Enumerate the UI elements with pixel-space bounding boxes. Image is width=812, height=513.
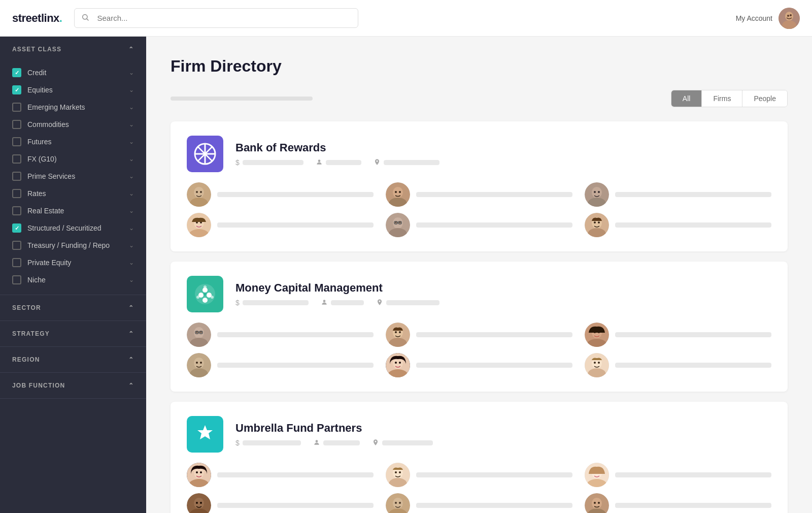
person-row[interactable]	[585, 182, 771, 207]
filter-tab-all[interactable]: All	[671, 90, 702, 107]
sidebar-item-label-real-estate: Real Estate	[27, 207, 123, 215]
person-row[interactable]	[585, 213, 771, 237]
sidebar-item-credit[interactable]: Credit⌄	[0, 64, 146, 81]
person-name-bar	[416, 472, 572, 477]
checkbox-credit[interactable]	[12, 68, 21, 77]
svg-point-86	[399, 362, 401, 364]
sidebar-item-niche[interactable]: Niche⌄	[0, 271, 146, 288]
person-name-bar	[615, 192, 771, 197]
person-avatar	[187, 463, 211, 487]
svg-point-23	[399, 191, 401, 193]
sidebar-section-header-asset-class[interactable]: ASSET CLASS⌃	[0, 37, 146, 62]
person-name-bar	[416, 363, 572, 368]
sidebar-section-job-function: JOB FUNCTION⌃	[0, 373, 146, 399]
firm-meta-umbrella-fund-partners: $	[235, 439, 771, 447]
sidebar-item-equities[interactable]: Equities⌄	[0, 81, 146, 99]
person-row[interactable]	[386, 463, 572, 487]
sidebar-item-label-rates: Rates	[27, 189, 123, 198]
svg-point-79	[196, 362, 198, 364]
firm-name-umbrella-fund-partners[interactable]: Umbrella Fund Partners	[235, 422, 771, 435]
sidebar-item-futures[interactable]: Futures⌄	[0, 133, 146, 150]
firm-header-bank-of-rewards: Bank of Rewards$	[187, 136, 771, 172]
person-row[interactable]	[187, 323, 374, 347]
person-name-bar	[217, 192, 374, 197]
person-row[interactable]	[386, 182, 572, 207]
sidebar-item-chevron-emerging-markets: ⌄	[129, 104, 134, 111]
person-row[interactable]	[386, 353, 572, 377]
person-row[interactable]	[187, 182, 374, 207]
checkbox-emerging-markets[interactable]	[12, 103, 21, 112]
svg-point-56	[211, 296, 214, 299]
filter-progress-bar	[171, 97, 313, 101]
chevron-icon-strategy: ⌃	[128, 330, 134, 337]
firm-info-umbrella-fund-partners: Umbrella Fund Partners$	[235, 422, 771, 447]
firm-meta-person-umbrella-fund-partners	[313, 439, 360, 447]
sidebar-item-label-fx-g10: FX (G10)	[27, 155, 123, 163]
person-row[interactable]	[585, 323, 771, 347]
sidebar-section-header-region[interactable]: REGION⌃	[0, 347, 146, 372]
checkbox-structured-securitized[interactable]	[12, 223, 21, 233]
checkbox-prime-services[interactable]	[12, 172, 21, 181]
firm-card-money-capital-management[interactable]: Money Capital Management$	[171, 262, 788, 392]
search-input[interactable]	[74, 8, 358, 28]
person-row[interactable]	[187, 213, 374, 237]
svg-point-85	[395, 362, 397, 364]
person-row[interactable]	[386, 323, 572, 347]
sidebar-section-asset-class: ASSET CLASS⌃Credit⌄Equities⌄Emerging Mar…	[0, 37, 146, 295]
person-row[interactable]	[585, 463, 771, 487]
sidebar-item-chevron-equities: ⌄	[129, 86, 134, 93]
sidebar-section-header-job-function[interactable]: JOB FUNCTION⌃	[0, 373, 146, 398]
sidebar-item-fx-g10[interactable]: FX (G10)⌄	[0, 150, 146, 168]
sidebar-section-header-strategy[interactable]: STRATEGY⌃	[0, 321, 146, 346]
sidebar-item-emerging-markets[interactable]: Emerging Markets⌄	[0, 99, 146, 116]
svg-point-17	[196, 191, 198, 193]
location-icon-bank-of-rewards	[374, 158, 381, 167]
checkbox-private-equity[interactable]	[12, 258, 21, 267]
firm-location-bar-umbrella-fund-partners	[382, 440, 433, 445]
people-grid-bank-of-rewards	[187, 182, 771, 237]
sidebar-item-structured-securitized[interactable]: Structured / Securitized⌄	[0, 219, 146, 237]
checkbox-fx-g10[interactable]	[12, 154, 21, 164]
sidebar-item-chevron-futures: ⌄	[129, 138, 134, 145]
person-row[interactable]	[187, 493, 374, 513]
search-wrapper	[74, 8, 358, 28]
sidebar-item-real-estate[interactable]: Real Estate⌄	[0, 202, 146, 219]
person-avatar	[585, 353, 609, 377]
sidebar-section-header-sector[interactable]: SECTOR⌃	[0, 295, 146, 320]
firm-name-bank-of-rewards[interactable]: Bank of Rewards	[235, 141, 771, 154]
checkbox-futures[interactable]	[12, 137, 21, 146]
svg-point-64	[196, 332, 198, 333]
checkbox-equities[interactable]	[12, 85, 21, 94]
checkbox-rates[interactable]	[12, 189, 21, 198]
person-row[interactable]	[585, 493, 771, 513]
sidebar-item-private-equity[interactable]: Private Equity⌄	[0, 254, 146, 271]
firm-card-bank-of-rewards[interactable]: Bank of Rewards$	[171, 121, 788, 251]
person-row[interactable]	[386, 213, 572, 237]
my-account-label[interactable]: My Account	[736, 14, 772, 22]
person-row[interactable]	[187, 463, 374, 487]
checkbox-real-estate[interactable]	[12, 206, 21, 215]
user-avatar[interactable]	[779, 8, 800, 29]
checkbox-treasury-funding-repo[interactable]	[12, 241, 21, 250]
filter-tab-firms[interactable]: Firms	[702, 90, 742, 107]
sidebar-item-chevron-real-estate: ⌄	[129, 207, 134, 214]
sidebar-section-label-strategy: STRATEGY	[12, 330, 50, 337]
logo[interactable]: streetlinx.	[12, 12, 62, 25]
sidebar-item-label-emerging-markets: Emerging Markets	[27, 103, 123, 111]
checkbox-commodities[interactable]	[12, 120, 21, 129]
svg-point-28	[598, 191, 600, 193]
person-row[interactable]	[585, 353, 771, 377]
sidebar-item-prime-services[interactable]: Prime Services⌄	[0, 168, 146, 185]
firm-name-money-capital-management[interactable]: Money Capital Management	[235, 281, 771, 295]
person-row[interactable]	[386, 493, 572, 513]
checkbox-niche[interactable]	[12, 275, 21, 284]
filter-tab-people[interactable]: People	[742, 90, 787, 107]
firm-card-umbrella-fund-partners[interactable]: Umbrella Fund Partners$	[171, 402, 788, 513]
firm-meta-dollar-umbrella-fund-partners: $	[235, 439, 301, 447]
svg-point-3	[785, 12, 793, 21]
sidebar-item-treasury-funding-repo[interactable]: Treasury / Funding / Repo⌄	[0, 237, 146, 254]
sidebar-item-chevron-private-equity: ⌄	[129, 259, 134, 266]
person-row[interactable]	[187, 353, 374, 377]
sidebar-item-rates[interactable]: Rates⌄	[0, 185, 146, 202]
sidebar-item-commodities[interactable]: Commodities⌄	[0, 116, 146, 133]
